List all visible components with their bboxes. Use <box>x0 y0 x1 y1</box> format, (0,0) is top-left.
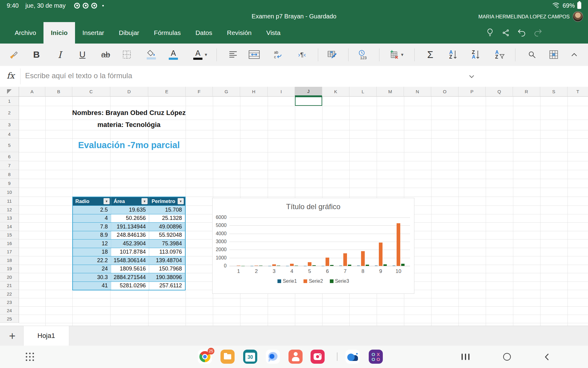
table-cell[interactable]: 30.3 <box>73 273 111 282</box>
table-cell[interactable]: 50.2656 <box>111 214 149 223</box>
table-cell[interactable]: 1809.5616 <box>111 265 149 273</box>
avatar[interactable] <box>573 11 583 22</box>
table-header-perimetro[interactable]: Perímetro▼ <box>149 197 185 205</box>
row-header-10[interactable]: 10 <box>0 188 19 197</box>
row-header-16[interactable]: 16 <box>0 239 19 248</box>
column-header-c[interactable]: C <box>72 87 110 97</box>
font-color-highlight-button[interactable]: A <box>169 47 178 63</box>
table-cell[interactable]: 55.92048 <box>149 231 185 240</box>
column-header-i[interactable]: I <box>268 87 295 97</box>
column-header-t[interactable]: T <box>567 87 588 97</box>
row-header-15[interactable]: 15 <box>0 231 19 240</box>
row-header-21[interactable]: 21 <box>0 282 19 290</box>
ribbon-tab-formulas[interactable]: Fórmulas <box>147 22 188 44</box>
row-header-20[interactable]: 20 <box>0 273 19 282</box>
font-color-button[interactable]: A▼ <box>193 47 208 63</box>
row-header-23[interactable]: 23 <box>0 298 19 306</box>
back-button[interactable] <box>537 346 556 368</box>
number-format-button[interactable]: 123 <box>359 47 367 63</box>
sort-desc-button[interactable]: ZA <box>472 47 480 63</box>
ribbon-tab-datos[interactable]: Datos <box>188 22 220 44</box>
chart-bar[interactable] <box>397 223 400 266</box>
column-header-q[interactable]: Q <box>486 87 513 97</box>
dock-camera-icon[interactable] <box>311 350 325 364</box>
row-header-3[interactable]: 3 <box>0 120 19 130</box>
chart-bar[interactable] <box>259 266 262 266</box>
cell-text-c2[interactable]: Nombres: Brayan Obed Cruz López <box>72 106 186 120</box>
table-cell[interactable]: 113.0976 <box>149 248 185 256</box>
chart-bar[interactable] <box>237 266 240 266</box>
dock-chrome-icon[interactable]: 25 <box>198 350 212 364</box>
column-header-b[interactable]: B <box>45 87 72 97</box>
chart-bar[interactable] <box>348 265 351 266</box>
table-cell[interactable]: 41 <box>73 282 111 290</box>
chart-bar[interactable] <box>312 265 316 266</box>
column-header-k[interactable]: K <box>322 87 349 97</box>
active-cell-selection[interactable] <box>295 97 322 106</box>
column-header-g[interactable]: G <box>213 87 240 97</box>
ribbon-tab-insertar[interactable]: Insertar <box>75 22 111 44</box>
align-left-button[interactable] <box>229 47 237 63</box>
strikethrough-button[interactable]: ab <box>101 47 110 63</box>
column-filter-button[interactable]: ▼ <box>104 198 110 204</box>
row-header-2[interactable]: 2 <box>0 106 19 120</box>
table-cell[interactable]: 7.8 <box>73 223 111 231</box>
legend-item[interactable]: Serie1 <box>277 278 297 284</box>
row-header-18[interactable]: 18 <box>0 256 19 265</box>
redo-icon[interactable] <box>533 28 543 38</box>
chart-bar[interactable] <box>326 258 329 266</box>
table-cell[interactable]: 1017.8784 <box>111 248 149 256</box>
row-header-6[interactable]: 6 <box>0 152 19 161</box>
table-cell[interactable]: 8.9 <box>73 231 111 240</box>
spreadsheet-grid[interactable]: ABCDEFGHIJKLMNOPQRST12345678910111213141… <box>0 87 588 326</box>
table-cell[interactable]: 452.3904 <box>111 240 149 248</box>
row-header-8[interactable]: 8 <box>0 170 19 179</box>
row-header-5[interactable]: 5 <box>0 138 19 152</box>
table-cell[interactable]: 75.3984 <box>149 240 185 248</box>
ribbon-tab-revision[interactable]: Revisión <box>220 22 259 44</box>
sheet-tab-hoja1[interactable]: Hoja1 <box>23 326 69 346</box>
ribbon-tab-vista[interactable]: Vista <box>259 22 288 44</box>
table-cell[interactable]: 1548.306144 <box>111 256 149 265</box>
chart-bar[interactable] <box>254 266 258 266</box>
column-filter-button[interactable]: ▼ <box>178 198 184 204</box>
cell-text-c3[interactable]: materia: Tecnológia <box>72 120 186 130</box>
add-sheet-button[interactable]: + <box>6 326 19 346</box>
table-cell[interactable]: 191.134944 <box>111 223 149 231</box>
chart-bar[interactable] <box>383 264 387 266</box>
formula-input-placeholder[interactable]: Escribe aquí el texto o la fórmula <box>25 71 132 80</box>
row-header-24[interactable]: 24 <box>0 306 19 315</box>
select-all-corner[interactable] <box>0 87 19 97</box>
chart-bar[interactable] <box>361 251 365 266</box>
row-header-14[interactable]: 14 <box>0 222 19 231</box>
table-header-area[interactable]: Área▼ <box>111 197 149 205</box>
insert-delete-cells-button[interactable]: ▼ <box>389 47 404 63</box>
table-cell[interactable]: 139.48704 <box>149 256 185 265</box>
row-header-25[interactable]: 25 <box>0 315 19 323</box>
underline-button[interactable]: U <box>79 47 85 63</box>
column-header-n[interactable]: N <box>404 87 431 97</box>
legend-item[interactable]: Serie3 <box>330 278 349 284</box>
column-header-d[interactable]: D <box>110 87 148 97</box>
table-cell[interactable]: 190.38096 <box>149 273 185 282</box>
home-button[interactable] <box>498 346 516 368</box>
table-cell[interactable]: 248.846136 <box>111 231 149 240</box>
column-header-o[interactable]: O <box>431 87 458 97</box>
ribbon-tab-inicio[interactable]: Inicio <box>43 22 75 44</box>
sort-filter-button[interactable]: AZ <box>495 47 505 63</box>
search-button[interactable] <box>528 47 536 63</box>
chart-bar[interactable] <box>357 266 360 266</box>
legend-item[interactable]: Serie2 <box>303 278 323 284</box>
chart-bar[interactable] <box>330 265 334 266</box>
chart-bar[interactable] <box>308 262 311 266</box>
chart-bar[interactable] <box>277 266 280 266</box>
column-header-a[interactable]: A <box>19 87 45 97</box>
dock-game-launcher-icon[interactable]: OXOO <box>369 350 383 364</box>
column-header-l[interactable]: L <box>349 87 377 97</box>
ribbon-tab-dibujar[interactable]: Dibujar <box>111 22 147 44</box>
row-header-12[interactable]: 12 <box>0 205 19 214</box>
row-header-9[interactable]: 9 <box>0 179 19 188</box>
app-drawer-button[interactable] <box>26 353 34 361</box>
row-header-19[interactable]: 19 <box>0 265 19 273</box>
row-header-22[interactable]: 22 <box>0 290 19 298</box>
